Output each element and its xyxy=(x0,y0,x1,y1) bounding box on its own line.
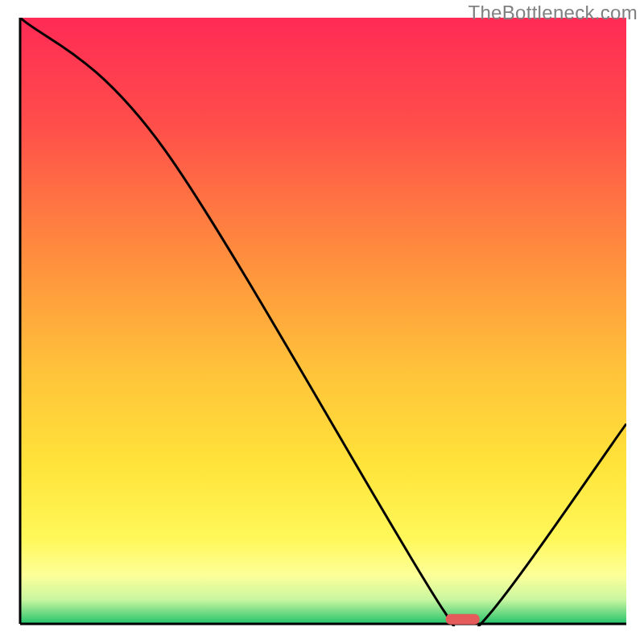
background-gradient xyxy=(20,18,626,624)
chart-plot xyxy=(18,18,626,626)
optimum-marker xyxy=(446,614,480,625)
watermark-text: TheBottleneck.com xyxy=(468,2,638,24)
chart-svg xyxy=(18,18,626,626)
chart-container: TheBottleneck.com xyxy=(0,0,644,644)
